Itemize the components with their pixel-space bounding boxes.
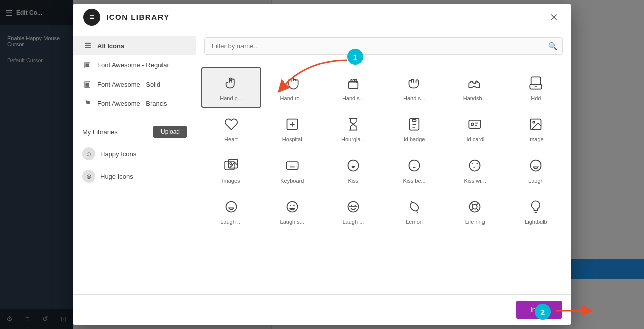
icon-cell-laugh-s[interactable]: Laugh s... — [262, 191, 322, 231]
close-button[interactable]: ✕ — [547, 10, 561, 24]
icon-glyph-life-ring — [468, 200, 482, 216]
library-happy-icons[interactable]: ☺ Happy Icons — [73, 143, 196, 165]
svg-point-21 — [470, 202, 480, 212]
my-libraries-label: My Libraries — [82, 128, 118, 136]
icon-cell-hand-s1[interactable]: Hand s... — [323, 67, 383, 108]
icon-cell-hand-ro[interactable]: Hand ro... — [262, 67, 322, 108]
nav-all-icons[interactable]: ☰ All Icons — [73, 36, 196, 55]
icon-cell-laugh-2[interactable]: Laugh ... — [323, 191, 383, 231]
icon-glyph-hdd — [529, 76, 543, 92]
svg-point-6 — [471, 123, 474, 126]
svg-point-18 — [287, 202, 297, 212]
icon-glyph-hospital — [285, 117, 299, 133]
modal-header-icon: ≡ — [83, 9, 100, 26]
icon-cell-id-card[interactable]: Id card — [445, 109, 505, 149]
modal-footer: Insert — [73, 294, 571, 325]
icon-glyph-kiss — [346, 158, 360, 175]
icon-glyph-lightbulb — [529, 200, 543, 216]
modal-sidebar: ☰ All Icons ▣ Font Awesome - Regular ▣ F… — [73, 30, 196, 294]
icon-cell-hourglass[interactable]: Hourgla... — [323, 109, 383, 149]
icon-cell-laugh-[interactable]: Laugh ... — [201, 191, 261, 231]
fa-brands-icon: ⚑ — [82, 99, 92, 108]
icon-cell-kiss-be[interactable]: Kiss be... — [384, 150, 444, 190]
icon-cell-id-badge[interactable]: Id badge — [384, 109, 444, 149]
svg-point-20 — [409, 201, 420, 212]
search-icon[interactable]: 🔍 — [548, 42, 558, 51]
icon-cell-hand-s2[interactable]: Hand s... — [384, 67, 444, 108]
icon-cell-handsh[interactable]: Handsh... — [445, 67, 505, 108]
svg-point-14 — [409, 160, 420, 171]
icon-glyph-hand-s2 — [407, 76, 421, 92]
icon-cell-life-ring[interactable]: Life ring — [445, 191, 505, 231]
icon-glyph-id-card — [468, 117, 482, 133]
icon-glyph-hand-s1 — [346, 76, 360, 92]
icon-glyph-hourglass — [346, 117, 360, 133]
nav-font-awesome-brands[interactable]: ⚑ Font Awesome - Brands — [73, 94, 196, 113]
icon-cell-hdd[interactable]: Hdd — [506, 67, 566, 108]
icon-cell-lightbulb[interactable]: Lightbulb — [506, 191, 566, 231]
nav-fa-brands-label: Font Awesome - Brands — [97, 100, 167, 107]
icon-cell-lemon[interactable]: Lemon — [384, 191, 444, 231]
modal-title: ICON LIBRARY — [106, 13, 547, 21]
icon-label-hand-s1: Hand s... — [342, 95, 364, 101]
huge-icons-label: Huge Icons — [100, 173, 133, 180]
icon-glyph-images — [224, 158, 238, 175]
svg-rect-4 — [413, 120, 416, 122]
nav-divider — [73, 113, 196, 121]
huge-icons-icon: ⊗ — [82, 170, 95, 183]
icon-label-laugh: Laugh — [528, 178, 544, 184]
icon-glyph-id-badge — [407, 117, 421, 133]
icon-label-keyboard: Keyboard — [280, 178, 304, 184]
icon-library-modal: ≡ ICON LIBRARY ✕ ☰ All Icons ▣ Font Awes… — [73, 4, 571, 325]
modal-body: ☰ All Icons ▣ Font Awesome - Regular ▣ F… — [73, 30, 571, 294]
icon-cell-images[interactable]: Images — [201, 150, 261, 190]
icon-glyph-handsh — [468, 76, 482, 92]
happy-icons-label: Happy Icons — [100, 150, 136, 158]
icon-label-hand-p: Hand p... — [220, 95, 243, 101]
svg-point-15 — [470, 160, 480, 171]
nav-fa-regular-label: Font Awesome - Regular — [97, 61, 169, 69]
svg-point-13 — [348, 160, 358, 171]
icon-glyph-heart — [224, 117, 238, 133]
icon-cell-hand-p[interactable]: Hand p... — [201, 67, 261, 108]
svg-rect-5 — [469, 120, 481, 128]
icon-label-kiss-be: Kiss be... — [403, 178, 425, 184]
nav-font-awesome-solid[interactable]: ▣ Font Awesome - Solid — [73, 74, 196, 94]
nav-all-icons-label: All Icons — [97, 42, 124, 50]
icons-grid: Hand p...Hand ro...Hand s...Hand s...Han… — [196, 62, 571, 294]
icon-label-lightbulb: Lightbulb — [525, 219, 547, 225]
icon-label-handsh: Handsh... — [463, 95, 487, 101]
icon-glyph-hand-ro — [285, 76, 299, 92]
icon-glyph-kiss-wi — [468, 158, 482, 175]
icon-glyph-lemon — [407, 200, 421, 216]
fa-regular-icon: ▣ — [82, 60, 92, 69]
happy-icons-icon: ☺ — [82, 147, 95, 160]
library-huge-icons[interactable]: ⊗ Huge Icons — [73, 165, 196, 187]
upload-button[interactable]: Upload — [153, 126, 187, 138]
icon-cell-laugh[interactable]: Laugh — [506, 150, 566, 190]
insert-button[interactable]: Insert — [516, 301, 562, 319]
fa-solid-icon: ▣ — [82, 79, 92, 89]
search-bar: 🔍 — [196, 30, 571, 62]
icon-cell-kiss[interactable]: Kiss — [323, 150, 383, 190]
svg-rect-12 — [286, 162, 298, 169]
icon-label-laugh-s: Laugh s... — [280, 219, 304, 225]
nav-font-awesome-regular[interactable]: ▣ Font Awesome - Regular — [73, 55, 196, 74]
modal-header: ≡ ICON LIBRARY ✕ — [73, 4, 571, 30]
icon-label-kiss-wi: Kiss wi... — [464, 178, 486, 184]
icon-glyph-image — [529, 117, 543, 133]
icon-label-hourglass: Hourgla... — [341, 136, 365, 142]
icon-label-id-badge: Id badge — [404, 136, 425, 142]
header-icon-glyph: ≡ — [89, 13, 94, 22]
icon-label-hand-ro: Hand ro... — [280, 95, 304, 101]
all-icons-icon: ☰ — [82, 41, 92, 50]
icon-cell-kiss-wi[interactable]: Kiss wi... — [445, 150, 505, 190]
icon-glyph-laugh-2 — [346, 200, 360, 216]
icon-cell-image[interactable]: Image — [506, 109, 566, 149]
icon-cell-hospital[interactable]: Hospital — [262, 109, 322, 149]
icon-cell-keyboard[interactable]: Keyboard — [262, 150, 322, 190]
search-input[interactable] — [204, 37, 563, 55]
icon-label-laugh-2: Laugh ... — [342, 219, 364, 225]
icon-cell-heart[interactable]: Heart — [201, 109, 261, 149]
icon-label-image: Image — [528, 136, 544, 142]
